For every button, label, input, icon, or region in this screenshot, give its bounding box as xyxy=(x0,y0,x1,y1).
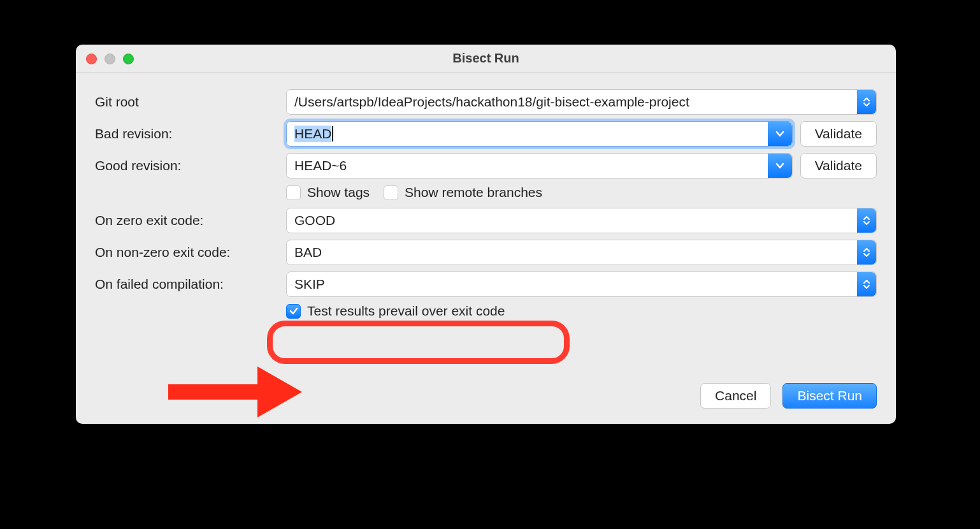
dialog-content: Git root /Users/artspb/IdeaProjects/hack… xyxy=(76,73,896,338)
show-remote-checkbox-row[interactable]: Show remote branches xyxy=(384,185,542,200)
chevron-updown-icon[interactable] xyxy=(857,90,876,114)
test-prevail-checkbox[interactable] xyxy=(286,304,301,319)
text-cursor-icon xyxy=(332,126,333,141)
on-failed-label: On failed compilation: xyxy=(95,277,286,292)
on-nonzero-label: On non-zero exit code: xyxy=(95,245,286,260)
minimize-icon xyxy=(104,54,115,64)
on-zero-select[interactable]: GOOD xyxy=(286,208,877,233)
bisect-run-button[interactable]: Bisect Run xyxy=(782,383,877,409)
show-tags-label: Show tags xyxy=(307,185,370,200)
titlebar: Bisect Run xyxy=(76,45,896,73)
show-remote-checkbox[interactable] xyxy=(384,185,398,200)
on-failed-value: SKIP xyxy=(294,277,325,292)
dialog-title: Bisect Run xyxy=(452,51,519,66)
git-root-value: /Users/artspb/IdeaProjects/hackathon18/g… xyxy=(294,94,689,110)
show-tags-checkbox[interactable] xyxy=(286,185,301,200)
on-nonzero-select[interactable]: BAD xyxy=(286,240,877,265)
cancel-button[interactable]: Cancel xyxy=(700,383,771,409)
on-nonzero-value: BAD xyxy=(294,245,322,260)
chevron-updown-icon[interactable] xyxy=(857,208,876,233)
on-failed-select[interactable]: SKIP xyxy=(286,272,877,297)
good-revision-value: HEAD~6 xyxy=(294,158,347,173)
show-remote-label: Show remote branches xyxy=(405,185,542,200)
window-controls xyxy=(86,54,134,64)
test-prevail-checkbox-row[interactable]: Test results prevail over exit code xyxy=(286,303,505,319)
bad-revision-value: HEAD xyxy=(294,126,331,142)
bisect-run-dialog: Bisect Run Git root /Users/artspb/IdeaPr… xyxy=(76,45,896,424)
validate-bad-button[interactable]: Validate xyxy=(800,121,877,147)
git-root-label: Git root xyxy=(95,94,286,110)
git-root-select[interactable]: /Users/artspb/IdeaProjects/hackathon18/g… xyxy=(286,89,877,115)
chevron-down-icon[interactable] xyxy=(768,154,792,178)
good-revision-input[interactable]: HEAD~6 xyxy=(286,153,793,178)
bad-revision-input[interactable]: HEAD xyxy=(286,121,793,147)
chevron-updown-icon[interactable] xyxy=(857,240,876,264)
good-revision-label: Good revision: xyxy=(95,158,286,173)
bad-revision-label: Bad revision: xyxy=(95,126,286,141)
close-icon[interactable] xyxy=(86,54,97,64)
dialog-footer: Cancel Bisect Run xyxy=(700,383,877,409)
test-prevail-label: Test results prevail over exit code xyxy=(307,303,505,319)
validate-good-button[interactable]: Validate xyxy=(800,153,877,178)
chevron-down-icon[interactable] xyxy=(768,122,792,146)
on-zero-label: On zero exit code: xyxy=(95,213,286,228)
chevron-updown-icon[interactable] xyxy=(857,272,876,296)
show-tags-checkbox-row[interactable]: Show tags xyxy=(286,185,370,200)
on-zero-value: GOOD xyxy=(294,213,335,228)
zoom-icon[interactable] xyxy=(123,54,134,64)
